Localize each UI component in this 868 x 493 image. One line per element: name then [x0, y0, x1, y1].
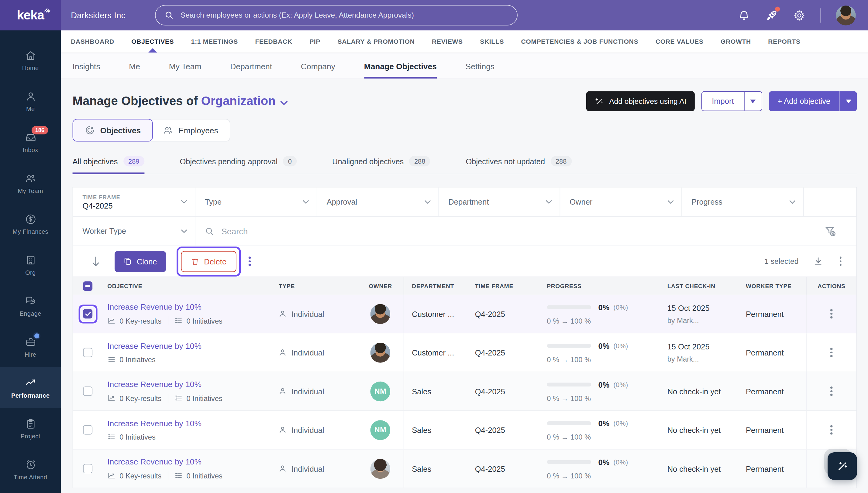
toggle-employees[interactable]: Employees [152, 119, 230, 142]
more-actions-button[interactable] [246, 254, 253, 268]
sidebar-item-time-attend[interactable]: Time Attend [0, 449, 61, 490]
sidebar-item-my-finances[interactable]: My Finances [0, 203, 61, 244]
tab-pending-approval[interactable]: Objectives pending approval 0 [180, 156, 297, 174]
tab-reports[interactable]: REPORTS [768, 30, 800, 52]
subtab-settings[interactable]: Settings [466, 54, 494, 79]
subtab-manage-objectives[interactable]: Manage Objectives [364, 54, 437, 79]
tab-not-updated[interactable]: Objectives not updated 288 [466, 156, 571, 174]
objective-link[interactable]: Increase Revenue by 10% [107, 457, 275, 466]
tab-reviews[interactable]: REVIEWS [432, 30, 463, 52]
select-all-checkbox[interactable] [83, 281, 93, 291]
tab-unaligned[interactable]: Unaligned objectives 288 [332, 156, 430, 174]
column-header-owner[interactable]: OWNER [357, 283, 404, 289]
tab-pip[interactable]: PIP [309, 30, 320, 52]
tab-all-objectives[interactable]: All objectives 289 [73, 156, 144, 174]
tab-growth[interactable]: GROWTH [721, 30, 751, 52]
whats-new-button[interactable] [765, 8, 778, 22]
row-actions-button[interactable] [828, 307, 834, 321]
sidebar-item-my-team[interactable]: My Team [0, 163, 61, 203]
column-header-department[interactable]: DEPARTMENT [404, 277, 468, 295]
owner-avatar[interactable] [370, 459, 390, 479]
import-dropdown-caret[interactable] [744, 92, 761, 110]
import-button[interactable]: Import [702, 91, 762, 111]
global-search-input[interactable] [179, 10, 508, 20]
sidebar-item-hire[interactable]: Hire [0, 326, 61, 367]
row-checkbox[interactable] [83, 386, 93, 396]
user-avatar[interactable] [836, 5, 856, 25]
sidebar-item-org[interactable]: Org [0, 244, 61, 285]
sidebar-item-performance[interactable]: Performance [0, 367, 61, 408]
tab-salary-promotion[interactable]: SALARY & PROMOTION [338, 30, 415, 52]
add-objective-dropdown-caret[interactable] [839, 91, 857, 111]
filter-time-frame[interactable]: TIME FRAME Q4-2025 [73, 187, 196, 217]
sort-icon[interactable] [92, 256, 100, 266]
row-checkbox[interactable] [83, 348, 93, 357]
filter-department[interactable]: Department [439, 187, 560, 217]
filter-approval[interactable]: Approval [317, 187, 439, 217]
row-actions-button[interactable] [828, 346, 834, 360]
filter-search-input[interactable] [220, 226, 794, 236]
subtab-department[interactable]: Department [230, 54, 272, 79]
clone-button[interactable]: Clone [115, 251, 166, 272]
tab-skills[interactable]: SKILLS [480, 30, 504, 52]
objective-link[interactable]: Increase Revenue by 10% [107, 302, 275, 311]
owner-avatar[interactable]: NM [370, 381, 390, 401]
owner-avatar[interactable] [370, 342, 390, 362]
toggle-objectives[interactable]: Objectives [73, 119, 153, 142]
notifications-button[interactable] [738, 9, 750, 21]
add-objectives-ai-button[interactable]: Add objectives using AI [587, 91, 695, 111]
tab-label: All objectives [73, 157, 118, 166]
key-results-icon [107, 472, 116, 479]
filter-progress[interactable]: Progress [682, 187, 804, 217]
objective-link[interactable]: Increase Revenue by 10% [107, 380, 275, 389]
subtab-insights[interactable]: Insights [73, 54, 100, 79]
row-checkbox[interactable] [83, 425, 93, 435]
keka-logo[interactable]: keka [0, 0, 61, 30]
row-checkbox[interactable] [83, 309, 93, 318]
tab-feedback[interactable]: FEEDBACK [255, 30, 292, 52]
subtab-company[interactable]: Company [301, 54, 335, 79]
scope-selector[interactable]: Organization [201, 94, 276, 108]
sidebar-item-engage[interactable]: Engage [0, 285, 61, 326]
tab-objectives[interactable]: OBJECTIVES [131, 30, 174, 52]
global-search[interactable] [155, 5, 518, 25]
subtab-me[interactable]: Me [129, 54, 140, 79]
add-objective-button[interactable]: + Add objective [769, 91, 857, 111]
column-header-last-check-in[interactable]: LAST CHECK-IN [661, 283, 739, 289]
filter-search[interactable] [196, 217, 804, 246]
owner-avatar[interactable]: NM [370, 420, 390, 440]
settings-button[interactable] [793, 9, 805, 21]
column-header-progress[interactable]: PROGRESS [540, 283, 661, 289]
filter-worker-type[interactable]: Worker Type [73, 217, 196, 246]
column-header-time-frame[interactable]: TIME FRAME [468, 283, 540, 289]
toolbar-right: 1 selected [764, 254, 847, 268]
filter-type[interactable]: Type [196, 187, 317, 217]
ai-assistant-fab[interactable] [828, 452, 857, 480]
tab-dashboard[interactable]: DASHBOARD [71, 30, 114, 52]
row-actions-button[interactable] [828, 384, 834, 398]
sidebar-item-inbox[interactable]: 186 Inbox [0, 122, 61, 163]
owner-avatar[interactable] [370, 304, 390, 324]
tab-1-1-meetings[interactable]: 1:1 MEETINGS [191, 30, 238, 52]
subtab-my-team[interactable]: My Team [169, 54, 202, 79]
objective-link[interactable]: Increase Revenue by 10% [107, 342, 275, 350]
sidebar-item-me[interactable]: Me [0, 81, 61, 122]
sidebar-item-project[interactable]: Project [0, 408, 61, 449]
sidebar-item-home[interactable]: Home [0, 40, 61, 81]
table-row: Increase Revenue by 10% 0 Initiatives In… [73, 411, 856, 449]
clear-filters-button[interactable] [804, 217, 856, 246]
table-options-button[interactable] [837, 254, 844, 268]
row-actions-button[interactable] [828, 423, 834, 437]
objective-link[interactable]: Increase Revenue by 10% [107, 419, 275, 428]
progress-cell: 0% (0%) 0 % → 100 % [540, 380, 661, 402]
tab-competencies[interactable]: COMPETENCIES & JOB FUNCTIONS [521, 30, 639, 52]
download-icon[interactable] [813, 256, 823, 266]
column-header-worker-type[interactable]: WORKER TYPE [739, 283, 806, 289]
chevron-down-icon[interactable] [280, 101, 287, 105]
tab-core-values[interactable]: CORE VALUES [655, 30, 704, 52]
row-checkbox[interactable] [83, 464, 93, 473]
filter-owner[interactable]: Owner [560, 187, 682, 217]
column-header-type[interactable]: TYPE [275, 283, 357, 289]
delete-button[interactable]: Delete [181, 251, 237, 272]
column-header-objective[interactable]: OBJECTIVE [103, 283, 275, 289]
